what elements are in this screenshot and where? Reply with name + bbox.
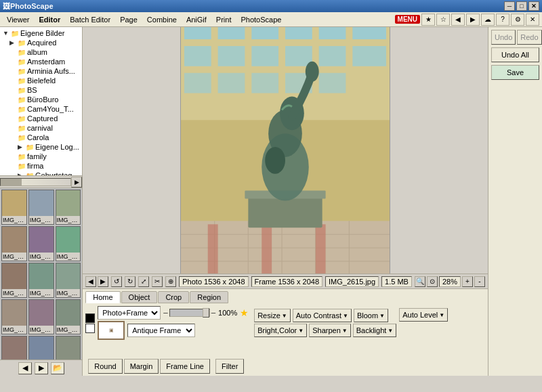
menu-page[interactable]: Page [116, 14, 142, 25]
favorite-star-button[interactable]: ★ [421, 14, 435, 26]
rotate-ccw-button[interactable]: ↺ [111, 276, 122, 287]
auto-contrast-dropdown[interactable]: Auto Contrast ▼ [293, 309, 352, 322]
tree-item-bielefeld[interactable]: 📁 Bielefeld [1, 76, 81, 85]
thumbnail-4[interactable]: IMG_2... [1, 226, 27, 261]
menu-viewer[interactable]: Viewer [3, 14, 33, 25]
bloom-dropdown[interactable]: Bloom ▼ [354, 309, 388, 322]
thumbnail-8[interactable]: IMG_2... [28, 263, 54, 298]
thumb-label-1: IMG_2... [2, 216, 26, 224]
tab-object[interactable]: Object [121, 291, 158, 303]
help-button[interactable]: ? [496, 14, 509, 26]
thumbnail-11[interactable]: IMG_2... [28, 299, 54, 334]
zoom-out-button[interactable]: 🔍 [415, 276, 425, 287]
minimize-button[interactable]: ─ [504, 1, 515, 11]
thumbnail-9[interactable]: IMG_2... [56, 263, 81, 298]
nav-prev-button[interactable]: ◀ [18, 362, 32, 374]
zoom-minus-button[interactable]: - [474, 276, 485, 287]
tree-item-captured[interactable]: 📁 Captured [1, 114, 81, 123]
sharpen-dropdown[interactable]: Sharpen ▼ [309, 324, 351, 337]
thumbnail-15[interactable]: IMG_2... [56, 336, 81, 360]
tree-item-amsterdam[interactable]: 📁 Amsterdam [1, 57, 81, 66]
zoom-in-button[interactable]: + [462, 276, 473, 287]
tree-item-firma[interactable]: 📁 firma [1, 161, 81, 171]
backlight-dropdown[interactable]: Backlight ▼ [353, 324, 397, 337]
thumbnail-14[interactable]: IMG_2... [28, 336, 54, 360]
brightcolor-dropdown[interactable]: Bright,Color ▼ [254, 324, 307, 337]
filter-group: Filter [215, 343, 244, 374]
zoom-fit-button[interactable]: ⊕ [165, 276, 176, 287]
thumbnail-2[interactable]: IMG_2... [28, 190, 54, 225]
scroll-right-button[interactable]: ▶ [71, 177, 82, 188]
effect-slider[interactable] [169, 309, 210, 317]
thumbnail-10[interactable]: IMG_2... [1, 299, 27, 334]
save-button[interactable]: Save [491, 65, 539, 80]
resize-dropdown[interactable]: Resize ▼ [254, 309, 291, 322]
nav-forward-button[interactable]: ▶ [466, 14, 480, 26]
filter-button[interactable]: Filter [215, 359, 244, 374]
close-button[interactable]: ✕ [528, 1, 539, 11]
menu-print[interactable]: Print [212, 14, 236, 25]
tree-item-acquired[interactable]: ▶ 📁 Acquired [1, 38, 81, 47]
undo-button[interactable]: Undo [491, 30, 516, 45]
menu-photoscape[interactable]: PhotoScape [236, 14, 285, 25]
round-button[interactable]: Round [88, 359, 122, 374]
status-nav-right[interactable]: ▶ [98, 276, 108, 287]
redo-button[interactable]: Redo [517, 30, 541, 45]
tree-item-eigene-log[interactable]: ▶ 📁 Eigene Log... [1, 142, 81, 152]
thumb-label-10: IMG_2... [2, 326, 26, 334]
frame-select[interactable]: Antique Frame 02 [127, 324, 195, 337]
nav-play-button[interactable]: ▶ [35, 362, 48, 374]
tree-item-arminia[interactable]: 📁 Arminia Aufs... [1, 66, 81, 76]
auto-level-dropdown[interactable]: Auto Level ▼ [399, 308, 448, 322]
tree-item-carnival[interactable]: 📁 carnival [1, 123, 81, 133]
thumbnail-5[interactable]: IMG_2... [28, 226, 54, 261]
thumbnail-13[interactable]: IMG_2... [1, 336, 27, 360]
open-folder-button[interactable]: 📂 [51, 362, 64, 374]
thumbnail-3[interactable]: IMG_2... [56, 190, 81, 225]
exit-button[interactable]: ✕ [526, 14, 539, 26]
thumbnail-1[interactable]: IMG_2... [1, 190, 27, 225]
menu-batch-editor[interactable]: Batch Editor [66, 14, 114, 25]
effect-select[interactable]: Photo+Frame [98, 306, 161, 320]
white-swatch[interactable] [85, 324, 95, 333]
status-nav-left[interactable]: ◀ [85, 276, 96, 287]
black-swatch[interactable] [85, 313, 95, 323]
tree-item-carola[interactable]: 📁 Carola [1, 133, 81, 142]
thumbnail-7[interactable]: IMG_2... [1, 263, 27, 298]
rotate-cw-button[interactable]: ↻ [125, 276, 136, 287]
settings-button[interactable]: ⚙ [511, 14, 524, 26]
tree-item-bs[interactable]: 📁 BS [1, 85, 81, 95]
bloom-label: Bloom [357, 311, 378, 320]
tree-item-family[interactable]: 📁 family [1, 152, 81, 161]
frameline-button[interactable]: Frame Line [160, 359, 210, 374]
brightcolor-label: Bright,Color [257, 326, 297, 334]
menu-editor[interactable]: Editor [35, 14, 64, 25]
favorite-icon[interactable]: ★ [240, 307, 249, 318]
menu-combine[interactable]: Combine [143, 14, 181, 25]
thumbnail-12[interactable]: IMG_2... [56, 299, 81, 334]
tree-item-album[interactable]: 📁 album [1, 47, 81, 57]
zoom-actual-button[interactable]: ⊙ [427, 276, 438, 287]
crop-button[interactable]: ✂ [152, 276, 163, 287]
tree-item-geburtstag[interactable]: ▶ 📁 Geburtstag... [1, 171, 81, 176]
nav-back-button[interactable]: ◀ [451, 14, 465, 26]
tab-crop[interactable]: Crop [158, 291, 189, 303]
favorite-empty-button[interactable]: ☆ [436, 14, 450, 26]
tree-label: Eigene Bilder [20, 29, 64, 37]
tree-item-root[interactable]: ▼ 📁 Eigene Bilder [1, 28, 81, 38]
tab-region[interactable]: Region [190, 291, 228, 303]
margin-button[interactable]: Margin [124, 359, 159, 374]
maximize-button[interactable]: □ [516, 1, 527, 11]
tree-item-cam4you[interactable]: 📁 Cam4You_T... [1, 104, 81, 114]
menu-button[interactable]: MENU [395, 15, 420, 24]
resize-button[interactable]: ⤢ [138, 276, 149, 287]
menu-anigif[interactable]: AniGif [182, 14, 211, 25]
zoom-level: 28% [439, 276, 461, 287]
tab-home[interactable]: Home [85, 291, 120, 303]
brightcolor-arrow: ▼ [298, 328, 304, 334]
tree-item-buroburo[interactable]: 📁 BüroBuro [1, 95, 81, 104]
cloud-button[interactable]: ☁ [481, 14, 495, 26]
thumbnail-6[interactable]: IMG_2... [56, 226, 81, 261]
undo-all-button[interactable]: Undo All [491, 47, 539, 62]
folder-icon: 📁 [11, 30, 19, 37]
